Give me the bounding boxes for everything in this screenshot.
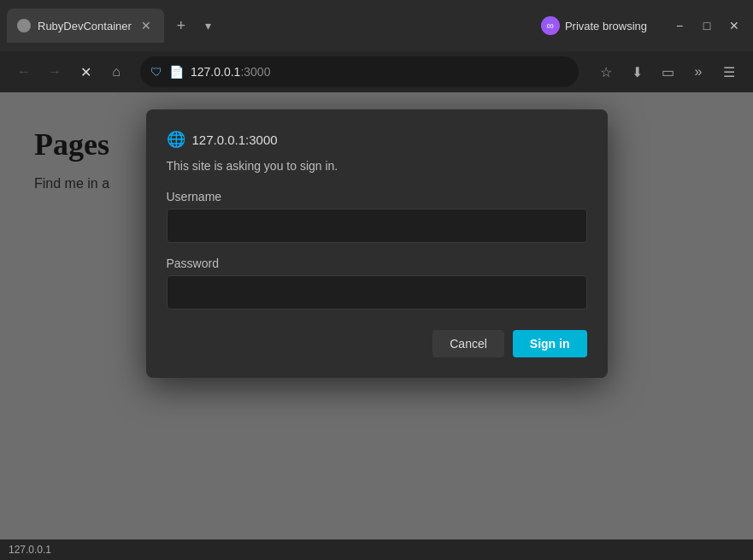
address-bar[interactable]: 🛡 📄 127.0.0.1:3000 (140, 56, 579, 87)
stop-button[interactable]: ✕ (72, 58, 99, 85)
globe-icon: 🌐 (167, 130, 185, 149)
maximize-button[interactable]: □ (695, 14, 719, 38)
new-tab-button[interactable]: + (168, 12, 195, 39)
auth-dialog: 🌐 127.0.0.1:3000 This site is asking you… (146, 109, 608, 378)
content-area: Pages Find me in a 🌐 127.0.0.1:3000 This… (0, 92, 753, 539)
menu-button[interactable]: ☰ (715, 58, 743, 85)
password-label: Password (167, 256, 587, 270)
minimize-button[interactable]: − (668, 14, 691, 38)
status-bar: 127.0.0.1 (0, 539, 753, 560)
private-browsing-label: Private browsing (565, 20, 647, 32)
dialog-url: 127.0.0.1:3000 (192, 133, 278, 147)
bookmark-button[interactable]: ☆ (592, 58, 620, 85)
private-browsing-indicator: ∞ Private browsing (534, 13, 654, 38)
nav-actions: ☆ ⬇ ▭ » ☰ (592, 58, 743, 85)
tab-close-button[interactable]: ✕ (138, 18, 154, 33)
tab-title: RubyDevContainer (38, 20, 132, 32)
more-tools-button[interactable]: » (685, 58, 712, 85)
home-button[interactable]: ⌂ (103, 58, 130, 85)
address-port: :3000 (240, 65, 270, 79)
title-bar-right: ∞ Private browsing − □ ✕ (534, 13, 746, 38)
back-button[interactable]: ← (10, 58, 38, 85)
nav-bar: ← → ✕ ⌂ 🛡 📄 127.0.0.1:3000 ☆ ⬇ ▭ » ☰ (0, 51, 753, 92)
tab-dropdown-button[interactable]: ▾ (195, 12, 222, 39)
cancel-button[interactable]: Cancel (432, 330, 504, 357)
dialog-prompt: This site is asking you to sign in. (167, 159, 587, 173)
dialog-header: 🌐 127.0.0.1:3000 (167, 130, 587, 149)
sidebar-button[interactable]: ▭ (654, 58, 681, 85)
username-input[interactable] (167, 209, 587, 243)
password-input[interactable] (167, 275, 587, 309)
close-button[interactable]: ✕ (722, 14, 746, 38)
download-button[interactable]: ⬇ (623, 58, 650, 85)
active-tab[interactable]: RubyDevContainer ✕ (7, 9, 164, 43)
shield-icon: 🛡 (150, 65, 162, 79)
username-label: Username (167, 190, 587, 203)
tab-bar: RubyDevContainer ✕ + ▾ (7, 0, 534, 51)
signin-button[interactable]: Sign in (513, 330, 587, 357)
private-browsing-icon: ∞ (541, 16, 560, 35)
page-icon: 📄 (169, 65, 184, 79)
forward-button[interactable]: → (41, 58, 68, 85)
window-controls: − □ ✕ (668, 14, 746, 38)
tab-favicon (17, 19, 31, 32)
address-text: 127.0.0.1:3000 (191, 65, 568, 79)
dialog-actions: Cancel Sign in (167, 330, 587, 357)
title-bar: RubyDevContainer ✕ + ▾ ∞ Private browsin… (0, 0, 753, 51)
status-text: 127.0.0.1 (9, 544, 51, 556)
